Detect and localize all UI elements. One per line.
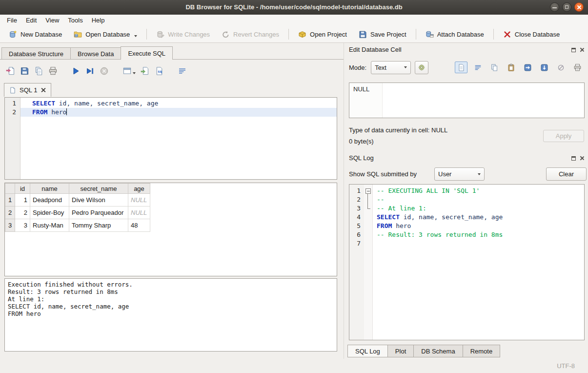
code-token: FROM (32, 108, 47, 116)
new-database-button[interactable]: New Database (3, 28, 68, 41)
open-database-button[interactable]: Open Database (68, 28, 143, 41)
save-project-button[interactable]: Save Project (353, 28, 412, 41)
paste-cell-button[interactable] (505, 62, 517, 73)
copy-cell-button[interactable] (488, 62, 501, 73)
print-sql-button[interactable] (48, 66, 58, 76)
tab-execute-sql[interactable]: Execute SQL (121, 46, 173, 60)
open-project-icon (298, 30, 306, 39)
menu-help[interactable]: Help (87, 15, 109, 26)
table-cell[interactable]: Rusty-Man (30, 219, 69, 232)
corner-header (5, 184, 15, 194)
open-project-button[interactable]: Open Project (292, 28, 353, 41)
sql-editor[interactable]: 12 SELECT id, name, secret_name, ageFROM… (4, 97, 337, 180)
toggle-word-wrap-button[interactable] (178, 66, 187, 76)
text-mode-button[interactable] (455, 62, 467, 73)
tab-database-structure[interactable]: Database Structure (1, 47, 70, 60)
table-cell[interactable]: 2 (15, 207, 30, 219)
dock-tab-plot[interactable]: Plot (388, 345, 414, 357)
table-cell[interactable]: Tommy Sharp (69, 219, 128, 232)
close-panel-icon[interactable] (579, 156, 584, 161)
results-grid[interactable]: idnamesecret_nameage11DeadpondDive Wilso… (4, 183, 337, 276)
log-filter-row: Show SQL submitted by User Clear (349, 167, 584, 181)
float-panel-icon[interactable] (571, 48, 576, 52)
editor-code-area[interactable]: SELECT id, name, secret_name, ageFROM he… (20, 98, 337, 179)
close-button[interactable] (574, 2, 584, 12)
stop-execution-icon (100, 66, 109, 76)
export-to-file-button[interactable] (538, 62, 550, 73)
attach-database-icon (426, 30, 434, 39)
table-cell[interactable]: NULL (128, 207, 150, 219)
sql-tab[interactable]: SQL 1 (4, 83, 51, 97)
log-filter-label: Show SQL submitted by (349, 170, 417, 178)
row-number[interactable]: 1 (5, 194, 15, 207)
open-database-dropdown-arrow[interactable] (134, 35, 137, 37)
column-header-secret_name[interactable]: secret_name (69, 184, 128, 194)
log-line: -- EXECUTING ALL IN 'SQL 1' (373, 186, 584, 195)
save-project-icon (359, 30, 367, 39)
fold-marker[interactable] (364, 186, 372, 195)
execute-current-line-button[interactable] (85, 66, 95, 76)
table-cell[interactable]: NULL (128, 194, 150, 207)
close-panel-icon[interactable] (579, 47, 584, 52)
row-number[interactable]: 2 (5, 207, 15, 219)
table-cell[interactable]: 3 (15, 219, 30, 232)
execute-all-button[interactable] (71, 66, 81, 76)
column-header-name[interactable]: name (30, 184, 69, 194)
sql-log-view[interactable]: 1234567 -- EXECUTING ALL IN 'SQL 1'---- … (349, 184, 585, 340)
revert-changes-label: Revert Changes (233, 31, 279, 38)
execution-status-box[interactable]: Execution finished without errors.Result… (4, 278, 337, 352)
column-header-age[interactable]: age (128, 184, 150, 194)
open-sql-in-tab-button[interactable] (141, 66, 150, 76)
menu-view[interactable]: View (41, 15, 63, 26)
menu-tools[interactable]: Tools (63, 15, 87, 26)
titlebar[interactable]: DB Browser for SQLite - /home/user/code/… (0, 0, 588, 15)
log-token: hero (392, 222, 411, 229)
mode-settings-button[interactable] (415, 61, 428, 74)
log-filter-select[interactable]: User (434, 167, 485, 181)
open-sql-file-button[interactable] (6, 66, 15, 76)
mode-select[interactable]: Text (371, 61, 411, 74)
table-row: 11DeadpondDive WilsonNULL (5, 194, 150, 207)
tab-browse-data[interactable]: Browse Data (70, 47, 121, 60)
minimize-button[interactable] (550, 2, 559, 12)
close-tab-icon[interactable] (41, 87, 46, 93)
save-sql-file-as-button[interactable] (34, 66, 43, 76)
attach-database-button[interactable]: Attach Database (420, 28, 490, 41)
new-sql-tab-dropdown-arrow[interactable] (133, 72, 136, 74)
print-cell-button[interactable] (571, 62, 584, 73)
dock-tab-db-schema[interactable]: DB Schema (414, 345, 463, 357)
dock-tab-sql-log[interactable]: SQL Log (347, 345, 388, 357)
stop-execution-button (100, 66, 109, 76)
word-wrap-button[interactable] (471, 62, 484, 73)
table-cell[interactable]: 48 (128, 219, 150, 232)
clear-log-button[interactable]: Clear (546, 167, 587, 181)
table-cell[interactable]: Dive Wilson (69, 194, 128, 207)
table-cell[interactable]: Pedro Parqueador (69, 207, 128, 219)
editor-code-line[interactable]: FROM hero (20, 108, 337, 117)
log-line-number: 1 (349, 186, 364, 195)
cell-value-editor[interactable]: NULL (349, 83, 585, 118)
import-from-file-button[interactable] (521, 62, 534, 73)
editor-code-line[interactable]: SELECT id, name, secret_name, age (20, 99, 337, 108)
log-line: -- (373, 195, 584, 204)
row-number[interactable]: 3 (5, 219, 15, 232)
close-database-button[interactable]: Close Database (497, 28, 566, 41)
log-line: -- Result: 3 rows returned in 8ms (373, 230, 584, 239)
save-results-icon: sq (155, 66, 164, 76)
float-panel-icon[interactable] (571, 156, 576, 161)
save-sql-file-button[interactable] (20, 66, 29, 76)
table-cell[interactable]: Spider-Boy (30, 207, 69, 219)
table-cell[interactable]: 1 (15, 194, 30, 207)
maximize-button[interactable] (562, 2, 571, 12)
new-sql-tab-button[interactable] (122, 66, 136, 76)
column-header-id[interactable]: id (15, 184, 30, 194)
copy-cell-icon (490, 63, 499, 72)
menu-file[interactable]: File (2, 15, 21, 26)
save-results-button[interactable]: sq (155, 66, 164, 76)
set-as-null-button[interactable] (554, 62, 567, 73)
table-cell[interactable]: Deadpond (30, 194, 69, 207)
dock-tab-remote[interactable]: Remote (463, 345, 501, 357)
statusbar: UTF-8 (0, 359, 588, 373)
new-database-icon (9, 30, 17, 39)
menu-edit[interactable]: Edit (21, 15, 41, 26)
